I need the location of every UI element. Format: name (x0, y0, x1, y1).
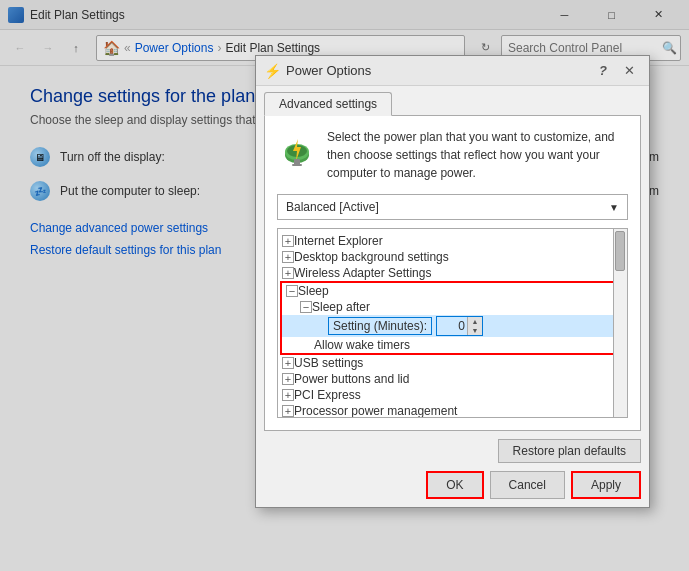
tree-item-label: Power buttons and lid (294, 372, 623, 386)
dialog-power-icon: ⚡ (264, 63, 280, 79)
tree-item[interactable]: +Power buttons and lid (278, 371, 627, 387)
tree-expand-icon[interactable]: − (300, 301, 312, 313)
cancel-button[interactable]: Cancel (490, 471, 565, 499)
spin-input-wrap: ▲▼ (436, 316, 483, 336)
restore-plan-defaults-button[interactable]: Restore plan defaults (498, 439, 641, 463)
dialog-title: Power Options (286, 63, 591, 78)
power-icon-wrap (277, 128, 317, 168)
tree-expand-icon[interactable]: + (282, 251, 294, 263)
tree-expand-icon[interactable]: + (282, 389, 294, 401)
tree-item-label: Setting (Minutes):▲▼ (328, 316, 619, 336)
tree-item[interactable]: +Desktop background settings (278, 249, 627, 265)
tree-item-label: Sleep after (312, 300, 619, 314)
dialog-tabs: Advanced settings (256, 86, 649, 115)
spin-input[interactable] (437, 317, 467, 335)
dialog-titlebar-controls: ? ✕ (591, 60, 641, 82)
plan-dropdown[interactable]: Balanced [Active] ▼ (277, 194, 628, 220)
tree-item[interactable]: +PCI Express (278, 387, 627, 403)
tree-container: +Internet Explorer+Desktop background se… (277, 228, 628, 418)
dialog-description: Select the power plan that you want to c… (327, 128, 628, 182)
dialog-help-button[interactable]: ? (591, 60, 615, 82)
tree-expand-icon[interactable]: + (282, 373, 294, 385)
scrollbar-track[interactable] (613, 229, 627, 417)
tree-item[interactable]: +Internet Explorer (278, 233, 627, 249)
tree-item[interactable]: −Sleep after (282, 299, 623, 315)
tree-scroll[interactable]: +Internet Explorer+Desktop background se… (278, 229, 627, 417)
tree-item[interactable]: +USB settings (278, 355, 627, 371)
spin-up-button[interactable]: ▲ (468, 317, 482, 326)
ok-button[interactable]: OK (426, 471, 483, 499)
tree-item-label: PCI Express (294, 388, 623, 402)
tree-item[interactable]: +Wireless Adapter Settings (278, 265, 627, 281)
tree-expand-icon[interactable]: + (282, 357, 294, 369)
sleep-section-highlight: −Sleep−Sleep afterSetting (Minutes):▲▼Al… (280, 281, 625, 355)
dialog-header-row: Select the power plan that you want to c… (277, 128, 628, 182)
setting-label-highlight: Setting (Minutes): (328, 317, 432, 335)
tree-item-label: Wireless Adapter Settings (294, 266, 623, 280)
tree-item-label: Processor power management (294, 404, 623, 417)
tree-expand-icon[interactable]: + (282, 235, 294, 247)
tree-item[interactable]: Allow wake timers (282, 337, 623, 353)
tree-item-label: Internet Explorer (294, 234, 623, 248)
tree-item[interactable]: +Processor power management (278, 403, 627, 417)
tree-item-label: Desktop background settings (294, 250, 623, 264)
spin-down-button[interactable]: ▼ (468, 326, 482, 335)
restore-btn-wrap: Restore plan defaults (264, 439, 641, 463)
dialog-footer: OK Cancel Apply (256, 463, 649, 507)
power-icon-svg (278, 129, 316, 167)
dialog-body: Select the power plan that you want to c… (264, 115, 641, 431)
scrollbar-thumb[interactable] (615, 231, 625, 271)
apply-button[interactable]: Apply (571, 471, 641, 499)
dialog-titlebar: ⚡ Power Options ? ✕ (256, 56, 649, 86)
tree-expand-icon[interactable]: + (282, 267, 294, 279)
plan-dropdown-value: Balanced [Active] (286, 200, 379, 214)
tree-expand-icon[interactable] (300, 338, 314, 352)
svg-rect-5 (292, 164, 302, 166)
power-options-dialog: ⚡ Power Options ? ✕ Advanced settings (255, 55, 650, 508)
tree-item-label: USB settings (294, 356, 623, 370)
dialog-close-button[interactable]: ✕ (617, 60, 641, 82)
spin-buttons: ▲▼ (467, 317, 482, 335)
tree-item-label: Sleep (298, 284, 619, 298)
tree-expand-icon[interactable] (314, 319, 328, 333)
tab-advanced-settings[interactable]: Advanced settings (264, 92, 392, 116)
tree-item-label: Allow wake timers (314, 338, 619, 352)
tree-item[interactable]: Setting (Minutes):▲▼ (282, 315, 623, 337)
tree-item[interactable]: −Sleep (282, 283, 623, 299)
dropdown-chevron-icon: ▼ (609, 202, 619, 213)
tree-expand-icon[interactable]: − (286, 285, 298, 297)
tree-expand-icon[interactable]: + (282, 405, 294, 417)
